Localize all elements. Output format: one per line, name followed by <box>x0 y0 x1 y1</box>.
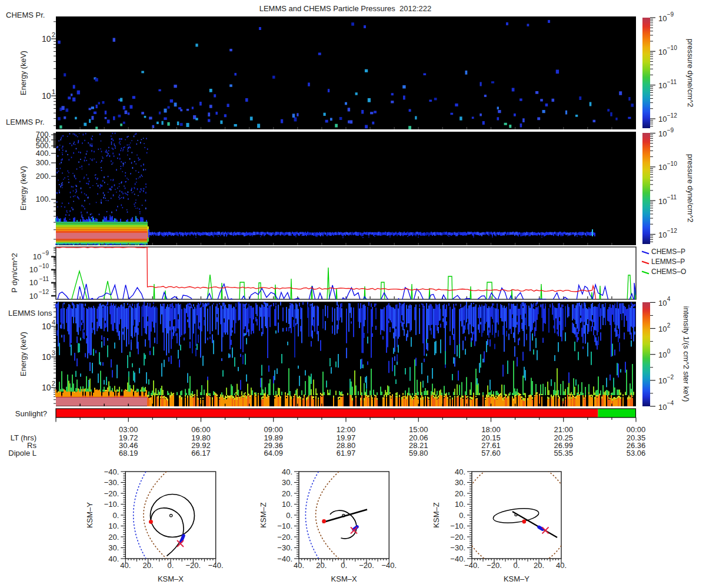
svg-text:−40.: −40. <box>208 561 224 570</box>
svg-text:KSM–X: KSM–X <box>331 574 357 583</box>
svg-text:−2: −2 <box>667 374 674 380</box>
svg-text:KSM–Y: KSM–Y <box>504 574 530 583</box>
svg-text:LEMMS and CHEMS Particle Press: LEMMS and CHEMS Particle Pressures 2012:… <box>259 4 432 13</box>
svg-text:CHEMS–P: CHEMS–P <box>651 248 685 256</box>
svg-text:40.: 40. <box>455 467 465 476</box>
svg-text:−20.: −20. <box>487 561 502 570</box>
svg-text:10: 10 <box>658 376 667 385</box>
svg-text:Energy (keV): Energy (keV) <box>19 166 28 211</box>
svg-text:LEMMS Ions: LEMMS Ions <box>8 309 52 318</box>
svg-text:0.: 0. <box>286 511 292 520</box>
svg-text:−30.: −30. <box>450 543 465 552</box>
svg-text:−11: −11 <box>667 79 677 85</box>
svg-text:−40.: −40. <box>464 561 479 570</box>
svg-text:−20.: −20. <box>277 533 292 542</box>
svg-text:10: 10 <box>42 91 51 101</box>
svg-text:200.: 200. <box>36 172 51 181</box>
svg-text:10: 10 <box>658 81 667 90</box>
svg-text:03:00: 03:00 <box>119 425 138 434</box>
svg-text:−10: −10 <box>667 45 678 51</box>
svg-text:20.: 20. <box>108 533 119 542</box>
svg-text:4: 4 <box>667 296 671 302</box>
svg-text:100.: 100. <box>36 195 51 203</box>
svg-text:59.80: 59.80 <box>409 449 428 457</box>
svg-text:−9: −9 <box>42 250 49 256</box>
svg-text:0.: 0. <box>168 561 174 570</box>
svg-text:30.: 30. <box>108 543 119 552</box>
svg-text:−9: −9 <box>667 127 674 133</box>
svg-text:CHEMS–O: CHEMS–O <box>651 268 686 276</box>
svg-text:10: 10 <box>33 252 41 261</box>
svg-text:18:00: 18:00 <box>481 425 501 434</box>
svg-text:10: 10 <box>658 350 667 359</box>
svg-text:0: 0 <box>667 348 671 355</box>
svg-text:−10: −10 <box>39 263 49 269</box>
svg-text:20.: 20. <box>143 561 154 570</box>
svg-text:1: 1 <box>52 88 55 95</box>
svg-text:300.: 300. <box>36 158 51 167</box>
svg-text:10.: 10. <box>282 500 292 509</box>
svg-text:66.17: 66.17 <box>191 449 211 457</box>
svg-text:30.: 30. <box>455 478 465 487</box>
svg-text:−10.: −10. <box>104 500 119 509</box>
svg-text:KSM–Z: KSM–Z <box>432 502 441 527</box>
svg-text:2: 2 <box>52 31 55 38</box>
svg-text:−11: −11 <box>39 276 49 282</box>
svg-text:0.: 0. <box>459 511 465 520</box>
svg-text:2: 2 <box>667 322 671 329</box>
svg-text:10: 10 <box>42 322 51 331</box>
svg-text:10: 10 <box>658 197 667 206</box>
svg-text:10: 10 <box>658 403 667 412</box>
svg-text:20.: 20. <box>534 561 544 570</box>
svg-text:−12: −12 <box>39 289 49 295</box>
svg-text:20.: 20. <box>316 561 327 570</box>
svg-text:intensity 1/(s cm^2 ster keV): intensity 1/(s cm^2 ster keV) <box>682 306 691 402</box>
svg-text:10.: 10. <box>455 500 465 509</box>
svg-text:10: 10 <box>42 34 51 44</box>
svg-text:0.: 0. <box>112 511 119 520</box>
svg-text:10: 10 <box>658 48 667 56</box>
svg-text:−12: −12 <box>667 112 678 119</box>
svg-text:LEMMS–P: LEMMS–P <box>651 258 685 266</box>
svg-text:00:00: 00:00 <box>627 425 646 434</box>
svg-text:10: 10 <box>658 115 667 123</box>
svg-text:KSM–Y: KSM–Y <box>85 502 94 528</box>
svg-text:21:00: 21:00 <box>554 425 573 434</box>
svg-text:Sunlight?: Sunlight? <box>15 409 47 418</box>
svg-text:0.: 0. <box>514 561 520 570</box>
svg-text:−10.: −10. <box>450 522 465 530</box>
svg-text:10: 10 <box>658 129 667 138</box>
svg-text:61.97: 61.97 <box>337 449 356 457</box>
svg-text:40.: 40. <box>108 554 119 563</box>
svg-text:10: 10 <box>658 299 667 308</box>
svg-text:55.35: 55.35 <box>554 449 573 457</box>
svg-text:10: 10 <box>42 383 51 392</box>
svg-text:−12: −12 <box>667 228 678 234</box>
svg-text:10: 10 <box>29 278 38 287</box>
svg-text:40.: 40. <box>294 561 304 570</box>
svg-text:09:00: 09:00 <box>264 425 283 434</box>
svg-text:P dyn/cm^2: P dyn/cm^2 <box>10 253 19 292</box>
svg-text:10: 10 <box>29 265 38 274</box>
svg-text:40.: 40. <box>282 467 292 476</box>
svg-text:pressure dyne/cm^2: pressure dyne/cm^2 <box>686 39 695 108</box>
svg-text:−30.: −30. <box>104 478 119 487</box>
svg-text:−40.: −40. <box>450 554 465 563</box>
svg-text:10: 10 <box>658 163 667 172</box>
svg-text:−20.: −20. <box>450 533 465 542</box>
svg-text:3: 3 <box>52 349 55 356</box>
svg-text:53.06: 53.06 <box>627 449 646 457</box>
svg-text:Energy (keV): Energy (keV) <box>19 332 28 376</box>
svg-text:pressure dyne/cm^2: pressure dyne/cm^2 <box>686 154 695 223</box>
svg-text:−40.: −40. <box>381 561 397 570</box>
svg-text:−4: −4 <box>667 400 674 406</box>
svg-text:57.60: 57.60 <box>481 449 501 457</box>
svg-text:KSM–X: KSM–X <box>158 574 184 583</box>
svg-text:64.09: 64.09 <box>264 449 283 457</box>
svg-text:40.: 40. <box>556 561 567 570</box>
svg-text:10: 10 <box>29 292 38 300</box>
svg-text:15:00: 15:00 <box>409 425 428 434</box>
svg-text:0.: 0. <box>341 561 347 570</box>
svg-text:−40.: −40. <box>104 467 119 476</box>
svg-text:400.: 400. <box>36 149 51 158</box>
